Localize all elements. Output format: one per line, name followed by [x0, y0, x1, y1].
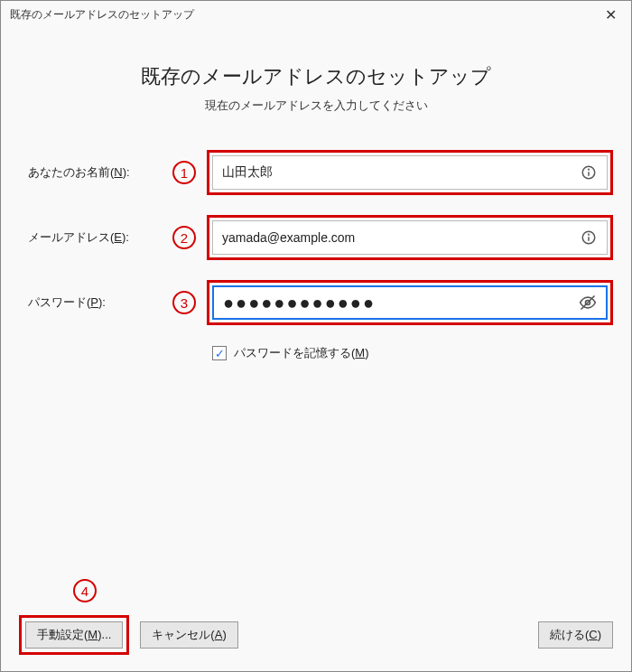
- password-value: ●●●●●●●●●●●●: [223, 294, 579, 312]
- email-input[interactable]: yamada@example.com: [212, 220, 608, 255]
- email-field-frame: yamada@example.com: [207, 215, 613, 260]
- row-name: あなたのお名前(N): 1 山田太郎: [19, 150, 613, 195]
- password-input[interactable]: ●●●●●●●●●●●●: [212, 285, 608, 320]
- annotation-3: 3: [172, 291, 196, 314]
- remember-label: パスワードを記憶する(M): [234, 345, 369, 361]
- password-field-frame: ●●●●●●●●●●●●: [207, 280, 613, 325]
- close-icon[interactable]: ✕: [599, 6, 622, 23]
- check-icon: ✓: [215, 348, 225, 359]
- continue-button[interactable]: 続ける(C): [538, 621, 613, 649]
- content-area: 既存のメールアドレスのセットアップ 現在のメールアドレスを入力してください あな…: [1, 27, 631, 604]
- footer: 4 手動設定(M)... キャンセル(A) 続ける(C): [1, 604, 631, 671]
- label-name: あなたのお名前(N):: [19, 164, 154, 181]
- email-value: yamada@example.com: [222, 230, 580, 245]
- info-icon[interactable]: [580, 163, 598, 182]
- name-field-frame: 山田太郎: [207, 150, 613, 195]
- annotation-1: 1: [172, 161, 196, 184]
- label-password: パスワード(P):: [19, 294, 154, 311]
- titlebar: 既存のメールアドレスのセットアップ ✕: [1, 1, 631, 27]
- name-value: 山田太郎: [222, 164, 580, 181]
- label-email: メールアドレス(E):: [19, 229, 154, 246]
- svg-point-5: [589, 234, 590, 235]
- manual-setup-button[interactable]: 手動設定(M)...: [25, 621, 123, 649]
- eye-slash-icon[interactable]: [579, 294, 597, 312]
- annotation-2: 2: [172, 226, 196, 249]
- page-subtitle: 現在のメールアドレスを入力してください: [19, 98, 613, 114]
- name-input[interactable]: 山田太郎: [212, 155, 608, 190]
- remember-row: ✓ パスワードを記憶する(M): [212, 345, 613, 361]
- window-title: 既存のメールアドレスのセットアップ: [10, 7, 194, 23]
- svg-point-2: [589, 169, 590, 170]
- annotation-4: 4: [73, 579, 97, 602]
- row-password: パスワード(P): 3 ●●●●●●●●●●●●: [19, 280, 613, 325]
- remember-checkbox[interactable]: ✓: [212, 346, 227, 360]
- row-email: メールアドレス(E): 2 yamada@example.com: [19, 215, 613, 260]
- manual-button-frame: 手動設定(M)...: [19, 615, 129, 655]
- setup-dialog: 既存のメールアドレスのセットアップ ✕ 既存のメールアドレスのセットアップ 現在…: [0, 0, 632, 672]
- info-icon[interactable]: [580, 229, 598, 247]
- cancel-button[interactable]: キャンセル(A): [140, 621, 237, 649]
- page-title: 既存のメールアドレスのセットアップ: [19, 63, 613, 90]
